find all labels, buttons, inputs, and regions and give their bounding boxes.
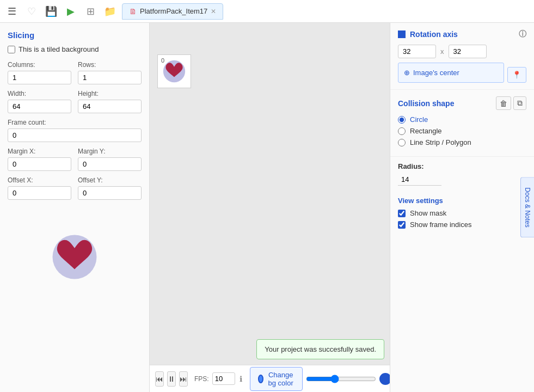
width-height-row: Width: Height: bbox=[8, 90, 142, 113]
change-bg-label: Change bg color bbox=[267, 371, 294, 387]
circle-label: Circle bbox=[410, 115, 428, 124]
frame-count-group: Frame count: bbox=[8, 119, 142, 142]
offset-x-group: Offset X: bbox=[8, 176, 71, 200]
collision-actions: 🗑 ⧉ bbox=[496, 96, 526, 110]
line-strip-radio[interactable] bbox=[398, 139, 406, 146]
offset-x-input[interactable] bbox=[8, 186, 71, 200]
topbar: ☰ ♡ 💾 ▶ ⊞ 📁 🗎 PlatformPack_Item17 ✕ bbox=[0, 0, 534, 23]
tiled-background-checkbox[interactable] bbox=[8, 46, 15, 53]
rotation-axis-info-icon[interactable]: ⓘ bbox=[519, 29, 526, 39]
rotation-x-input[interactable] bbox=[398, 45, 436, 58]
bottom-bar: ⏮ ⏸ ⏭ FPS: ℹ Change bg color bbox=[150, 365, 390, 392]
radius-label: Radius: bbox=[398, 162, 526, 170]
rectangle-radio[interactable] bbox=[398, 127, 406, 135]
width-group: Width: bbox=[8, 90, 71, 113]
fps-input[interactable] bbox=[212, 372, 235, 385]
width-input[interactable] bbox=[8, 100, 71, 113]
images-center-button[interactable]: ⊕ Image's center bbox=[398, 63, 504, 83]
sprite-frame-number: 0 bbox=[159, 57, 166, 64]
heart-preview-image bbox=[50, 232, 99, 281]
tab-file-icon: 🗎 bbox=[129, 7, 137, 16]
rewind-button[interactable]: ⏮ bbox=[155, 371, 164, 387]
right-panel: Rotation axis ⓘ x ⊕ Image's center 📍 Col… bbox=[390, 23, 534, 392]
info-icon[interactable]: ℹ bbox=[240, 375, 242, 383]
pause-button[interactable]: ⏸ bbox=[167, 371, 176, 387]
slider-thumb-indicator bbox=[379, 373, 390, 385]
radius-input[interactable] bbox=[398, 174, 441, 186]
show-mask-label: Show mask bbox=[410, 209, 446, 217]
show-mask-row: Show mask bbox=[398, 209, 526, 217]
columns-rows-row: Columns: Rows: bbox=[8, 61, 142, 84]
height-group: Height: bbox=[78, 90, 142, 113]
show-mask-checkbox[interactable] bbox=[398, 210, 406, 217]
columns-group: Columns: bbox=[8, 61, 71, 84]
rotation-axis-section: Rotation axis ⓘ x ⊕ Image's center 📍 bbox=[390, 23, 534, 90]
columns-input[interactable] bbox=[8, 71, 71, 84]
rotation-axis-icon bbox=[398, 30, 406, 38]
tab-label: PlatformPack_Item17 bbox=[140, 7, 207, 15]
offset-x-label: Offset X: bbox=[8, 176, 71, 184]
view-settings-section: View settings Show mask Show frame indic… bbox=[390, 191, 534, 237]
preview-area: 0 → → → ⏮ ⏸ ⏭ FPS: ℹ Change bg color You… bbox=[150, 23, 390, 392]
collision-delete-button[interactable]: 🗑 bbox=[496, 96, 511, 110]
height-input[interactable] bbox=[78, 100, 142, 113]
circle-radio-row[interactable]: Circle bbox=[398, 115, 526, 124]
show-frame-indices-label: Show frame indices bbox=[410, 220, 471, 229]
rows-label: Rows: bbox=[78, 61, 142, 69]
fast-forward-button[interactable]: ⏭ bbox=[179, 371, 188, 387]
bg-color-circle bbox=[258, 375, 263, 383]
offset-row: Offset X: Offset Y: bbox=[8, 176, 142, 200]
rows-group: Rows: bbox=[78, 61, 142, 84]
margin-y-label: Margin Y: bbox=[78, 148, 142, 155]
rotation-axis-title: Rotation axis bbox=[410, 30, 458, 39]
margin-x-label: Margin X: bbox=[8, 148, 71, 155]
heart-icon[interactable]: ♡ bbox=[24, 4, 39, 19]
offset-y-input[interactable] bbox=[78, 186, 142, 200]
docs-notes-tab[interactable]: Docs & Notes bbox=[520, 177, 534, 237]
collision-shape-header: Collision shape 🗑 ⧉ bbox=[398, 96, 526, 110]
pin-button[interactable]: 📍 bbox=[507, 67, 526, 83]
frame-count-label: Frame count: bbox=[8, 119, 142, 126]
rows-input[interactable] bbox=[78, 71, 142, 84]
heart-preview-container bbox=[8, 232, 142, 281]
width-label: Width: bbox=[8, 90, 71, 97]
offset-y-group: Offset Y: bbox=[78, 176, 142, 200]
folder-icon[interactable]: 📁 bbox=[102, 4, 118, 19]
columns-label: Columns: bbox=[8, 61, 71, 69]
rotation-axis-title-row: Rotation axis ⓘ bbox=[398, 29, 526, 39]
rotation-y-input[interactable] bbox=[449, 45, 487, 58]
center-pin-row: ⊕ Image's center 📍 bbox=[398, 63, 526, 83]
rectangle-label: Rectangle bbox=[410, 127, 442, 135]
show-frame-indices-row: Show frame indices bbox=[398, 220, 526, 229]
margin-y-input[interactable] bbox=[78, 157, 142, 171]
collision-shape-title: Collision shape bbox=[398, 99, 454, 108]
tab-close-button[interactable]: ✕ bbox=[211, 8, 216, 15]
slider[interactable] bbox=[306, 375, 376, 383]
active-tab[interactable]: 🗎 PlatformPack_Item17 ✕ bbox=[122, 3, 223, 20]
margin-y-group: Margin Y: bbox=[78, 148, 142, 171]
play-icon[interactable]: ▶ bbox=[63, 4, 78, 19]
frame-count-input[interactable] bbox=[8, 128, 142, 142]
radius-section: Radius: bbox=[390, 157, 534, 191]
sliders-icon[interactable]: ⊞ bbox=[83, 4, 98, 19]
change-bg-button[interactable]: Change bg color bbox=[250, 367, 303, 391]
save-icon[interactable]: 💾 bbox=[44, 4, 59, 19]
left-panel: Slicing This is a tiled background Colum… bbox=[0, 23, 150, 392]
margin-x-input[interactable] bbox=[8, 157, 71, 171]
circle-radio[interactable] bbox=[398, 116, 406, 124]
main-layout: Slicing This is a tiled background Colum… bbox=[0, 23, 534, 392]
margin-x-group: Margin X: bbox=[8, 148, 71, 171]
save-toast: Your project was succesfully saved. bbox=[256, 339, 384, 359]
menu-icon[interactable]: ☰ bbox=[4, 4, 20, 19]
show-frame-indices-checkbox[interactable] bbox=[398, 221, 406, 229]
collision-copy-button[interactable]: ⧉ bbox=[513, 96, 526, 110]
line-strip-radio-row[interactable]: Line Strip / Polygon bbox=[398, 138, 526, 146]
slicing-title: Slicing bbox=[8, 30, 142, 40]
height-label: Height: bbox=[78, 90, 142, 97]
tiled-background-label: This is a tiled background bbox=[19, 45, 99, 53]
view-settings-title: View settings bbox=[398, 197, 526, 205]
coord-separator: x bbox=[440, 47, 444, 56]
collision-shape-section: Collision shape 🗑 ⧉ Circle Rectangle Lin… bbox=[390, 90, 534, 157]
rectangle-radio-row[interactable]: Rectangle bbox=[398, 127, 526, 135]
line-strip-label: Line Strip / Polygon bbox=[410, 138, 471, 146]
